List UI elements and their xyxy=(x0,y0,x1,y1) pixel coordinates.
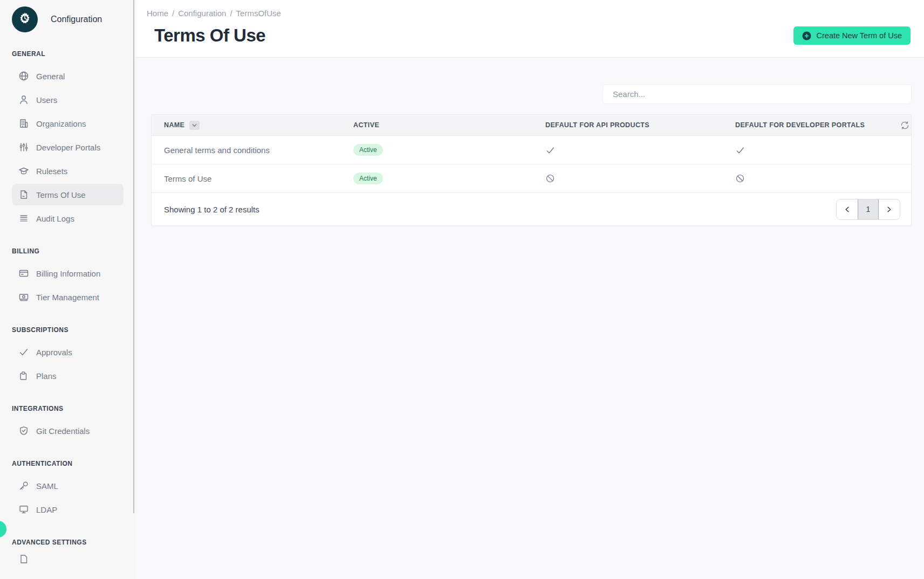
sliders-icon xyxy=(18,142,29,153)
check-icon xyxy=(18,347,29,357)
sidebar-item-rulesets[interactable]: Rulesets xyxy=(12,160,124,182)
create-new-term-button[interactable]: Create New Term of Use xyxy=(793,26,911,45)
section-label-subscriptions: SUBSCRIPTIONS xyxy=(0,326,136,334)
section-label-authentication: AUTHENTICATION xyxy=(0,460,136,467)
breadcrumb-home[interactable]: Home xyxy=(147,9,168,18)
page-header: Home / Configuration / TermsOfUse Terms … xyxy=(136,0,924,58)
key-icon xyxy=(18,480,29,491)
app-logo xyxy=(12,6,38,32)
status-badge: Active xyxy=(353,173,383,184)
breadcrumb-separator: / xyxy=(172,9,174,18)
credit-card-icon xyxy=(18,268,29,279)
sidebar-item-ldap[interactable]: LDAP xyxy=(12,499,124,520)
table-row[interactable]: General terms and conditions Active xyxy=(152,135,911,164)
sidebar: Configuration GENERAL General Users Orga… xyxy=(0,0,136,579)
chevron-right-icon xyxy=(886,206,892,213)
cash-icon xyxy=(18,292,29,302)
plus-circle-icon xyxy=(802,31,811,40)
ban-icon xyxy=(735,174,900,183)
sidebar-item-plans[interactable]: Plans xyxy=(12,365,124,387)
create-button-label: Create New Term of Use xyxy=(817,31,902,40)
document-icon xyxy=(18,189,29,200)
pagination: 1 xyxy=(836,199,900,220)
sidebar-item-label: Users xyxy=(36,95,57,105)
term-name: General terms and conditions xyxy=(152,146,353,155)
sidebar-item-tier-management[interactable]: Tier Management xyxy=(12,286,124,308)
check-icon xyxy=(545,145,735,155)
column-header-default-api-products: DEFAULT FOR API PRODUCTS xyxy=(545,121,735,129)
clipboard-icon xyxy=(18,370,29,381)
main-content: Home / Configuration / TermsOfUse Terms … xyxy=(136,0,924,579)
refresh-icon[interactable] xyxy=(900,121,909,130)
sidebar-item-label: General xyxy=(36,72,65,81)
next-page-button[interactable] xyxy=(879,199,900,219)
breadcrumb-current: TermsOfUse xyxy=(236,9,281,18)
app-title: Configuration xyxy=(51,15,102,24)
sidebar-item-audit-logs[interactable]: Audit Logs xyxy=(12,208,124,229)
sidebar-item-general[interactable]: General xyxy=(12,65,124,87)
app-header: Configuration xyxy=(0,0,136,33)
page-title: Terms Of Use xyxy=(154,25,265,46)
sidebar-item-label: Billing Information xyxy=(36,269,100,278)
chevron-left-icon xyxy=(844,206,850,213)
graduation-cap-icon xyxy=(18,166,29,176)
column-header-active: ACTIVE xyxy=(353,121,545,129)
table-header-row: NAME ACTIVE DEFAULT FOR API PRODUCTS DEF… xyxy=(152,115,911,135)
terms-table: NAME ACTIVE DEFAULT FOR API PRODUCTS DEF… xyxy=(151,114,912,226)
sidebar-item-label: Git Credentials xyxy=(36,426,90,436)
sidebar-item-label: Rulesets xyxy=(36,167,67,176)
section-label-integrations: INTEGRATIONS xyxy=(0,405,136,412)
sidebar-item-developer-portals[interactable]: Developer Portals xyxy=(12,136,124,158)
sidebar-item-git-credentials[interactable]: Git Credentials xyxy=(12,420,124,442)
previous-page-button[interactable] xyxy=(837,199,858,219)
column-header-default-developer-portals: DEFAULT FOR DEVELOPER PORTALS xyxy=(735,121,900,129)
sidebar-scrollbar[interactable] xyxy=(133,0,135,513)
section-label-advanced-settings: ADVANCED SETTINGS xyxy=(0,539,136,546)
sidebar-item-label: Organizations xyxy=(36,119,86,128)
term-name: Terms of Use xyxy=(152,174,353,183)
search-input[interactable] xyxy=(603,84,912,104)
monitor-icon xyxy=(18,504,29,515)
globe-icon xyxy=(18,71,29,81)
shield-check-icon xyxy=(18,425,29,436)
results-summary: Showing 1 to 2 of 2 results xyxy=(164,205,259,214)
sidebar-item-label: Plans xyxy=(36,371,57,381)
page-number-button[interactable]: 1 xyxy=(858,199,879,219)
list-icon xyxy=(18,213,29,224)
document-icon xyxy=(18,554,136,567)
building-icon xyxy=(18,118,29,129)
content-area: NAME ACTIVE DEFAULT FOR API PRODUCTS DEF… xyxy=(136,58,924,579)
sidebar-item-approvals[interactable]: Approvals xyxy=(12,341,124,363)
table-footer: Showing 1 to 2 of 2 results 1 xyxy=(152,192,911,225)
breadcrumb: Home / Configuration / TermsOfUse xyxy=(147,9,911,18)
breadcrumb-configuration[interactable]: Configuration xyxy=(178,9,226,18)
ban-icon xyxy=(545,174,735,183)
sidebar-item-label: Audit Logs xyxy=(36,214,74,223)
status-badge: Active xyxy=(353,144,383,156)
sidebar-item-label: Approvals xyxy=(36,348,72,357)
section-label-billing: BILLING xyxy=(0,247,136,255)
sidebar-item-organizations[interactable]: Organizations xyxy=(12,113,124,134)
sidebar-item-terms-of-use[interactable]: Terms Of Use xyxy=(12,184,124,205)
sidebar-item-label: Developer Portals xyxy=(36,143,100,152)
sidebar-item-label: Terms Of Use xyxy=(36,190,86,199)
sidebar-item-billing-information[interactable]: Billing Information xyxy=(12,263,124,284)
sidebar-item-label: Tier Management xyxy=(36,293,99,302)
gear-icon xyxy=(18,11,32,27)
check-icon xyxy=(735,145,900,155)
sidebar-item-users[interactable]: Users xyxy=(12,89,124,111)
sidebar-item-label: SAML xyxy=(36,481,58,491)
floating-widget-circle[interactable] xyxy=(0,521,6,537)
column-header-name[interactable]: NAME xyxy=(152,121,353,130)
table-row[interactable]: Terms of Use Active xyxy=(152,164,911,192)
user-icon xyxy=(18,94,29,105)
section-label-general: GENERAL xyxy=(0,50,136,58)
chevron-down-icon[interactable] xyxy=(189,121,200,130)
sidebar-item-label: LDAP xyxy=(36,505,57,514)
sidebar-item-saml[interactable]: SAML xyxy=(12,475,124,497)
breadcrumb-separator: / xyxy=(230,9,232,18)
